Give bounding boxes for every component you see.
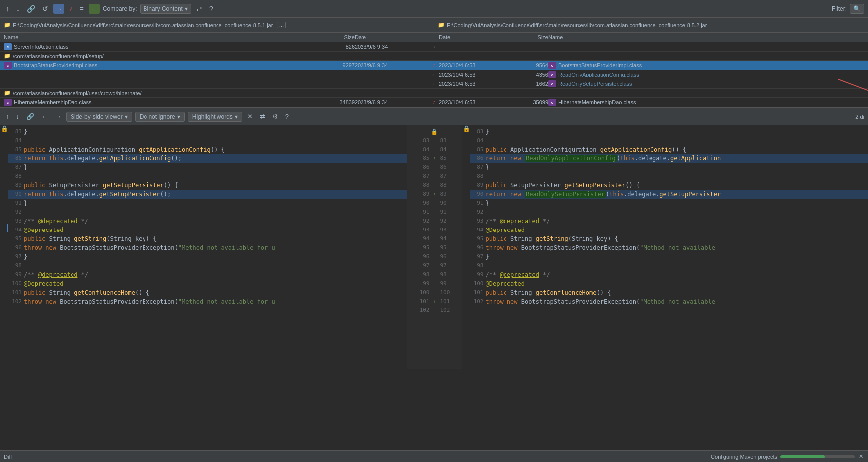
filepath-bar: 📁 E:\Coding\VulAnalysis\Confluence\diff\… [0,18,868,33]
col-date-right: Date [439,34,513,40]
col-mid: * [429,34,439,40]
file-row-readonly-app[interactable]: ← 2023/10/4 6:53 4356 c ReadOnlyApplicat… [0,70,868,79]
folder-icon-left: 📁 [4,22,11,28]
forward-button[interactable]: → [53,4,64,14]
diff-gear-button[interactable]: ⚙ [270,112,280,121]
diff-close-button[interactable]: ✕ [245,112,255,121]
diff-link-button[interactable]: 🔗 [24,112,36,121]
diff-down-button[interactable]: ↓ [14,112,22,121]
highlight-label: Highlight words [192,113,233,120]
diff-prev-button[interactable]: ← [39,112,50,121]
date-right-readonly-setup: 2023/10/4 6:53 [439,81,513,87]
col-size-left: Size [320,34,355,40]
date-left-selected: 2023/9/6 9:34 [355,62,429,68]
right-code-line: 100 @Deprecated [470,279,868,288]
file-name-right-readonly-setup: c ReadOnlySetupPersister.class [548,80,864,87]
right-code-line: 87 } [470,163,868,172]
ignore-dropdown[interactable]: Do not ignore ▾ [135,112,185,122]
right-code-panel[interactable]: 🔒 83 } 84 85 public ApplicationConfigura… [462,125,868,369]
right-code-line-highlighted: 86 return new ReadOnlyApplicationConfig(… [470,154,868,163]
gutter-row: 83 83 [407,136,462,145]
gutter-row: 98 98 [407,270,462,279]
ignore-label: Do not ignore [140,113,175,120]
right-code-line: 101 public String getConfluenceHome() { [470,288,868,297]
class-icon-hibernate-r: c [548,99,556,106]
right-code-line: 98 [470,261,868,270]
gutter-row: 88 88 [407,181,462,190]
file-row[interactable]: c ServerInfoAction.class 826 2023/9/6 9:… [0,42,868,52]
compare-dropdown[interactable]: Binary Content ▾ [140,4,191,14]
file-row-readonly-setup[interactable]: ← 2023/10/4 6:53 1662 c ReadOnlySetupPer… [0,79,868,89]
selected-file-row[interactable]: c BootstrapStatusProviderImpl.class 9297… [0,61,868,70]
code-line: 84 [8,136,407,145]
lock-icon-right: 🔒 [463,125,470,132]
diff-help-button[interactable]: ? [283,112,290,121]
diff-indicator: → [429,44,439,50]
code-line-highlighted: 86 return this.delegate.getApplicationCo… [8,154,407,163]
folder-icon: 📁 [4,53,11,59]
highlight-chevron-icon: ▾ [235,113,238,120]
left-code-content: 83 } 84 85 public ApplicationConfigurati… [0,127,407,306]
class-icon-right: c [548,62,556,69]
gutter-row: 94 94 [407,234,462,243]
file-name-right-hibernate: c HibernateMembershipDao.class [548,99,864,106]
lock-icon-left: 🔒 [1,125,8,132]
gutter-row-changed: 85 ⬆ 85 [407,154,462,163]
not-equal-button[interactable]: ≠ [67,4,75,14]
size-right-selected: 9564 [513,62,548,68]
right-code-line: 99 /** @deprecated */ [470,270,868,279]
diff-indicator-selected: ≠ [429,62,439,68]
gutter-row: 96 96 [407,252,462,261]
size-right-readonly-app: 4356 [513,72,548,77]
back-button[interactable]: ← [89,4,100,14]
gutter-row: 97 97 [407,261,462,270]
gutter-row-changed-3: 101 ⬆ 101 [407,297,462,306]
diff-next-button[interactable]: → [53,112,63,121]
code-line: 85 public ApplicationConfiguration getAp… [8,145,407,154]
gutter-row: 99 99 [407,279,462,288]
up-button[interactable]: ↑ [4,4,11,14]
code-line: 92 [8,208,407,217]
diff-up-button[interactable]: ↑ [4,112,11,121]
down-button[interactable]: ↓ [14,4,22,14]
folder-row[interactable]: 📁 /com/atlassian/confluence/impl/setup/ [0,52,868,61]
filepath-left-button[interactable]: … [277,22,286,28]
gutter-row: 95 95 [407,243,462,252]
col-name-left: Name [4,34,320,40]
folder-row-2[interactable]: 📁 /com/atlassian/confluence/impl/user/cr… [0,89,868,98]
code-line: 94 @Deprecated [8,226,407,234]
size-left-hibernate: 34839 [320,99,355,105]
folder-icon-2: 📁 [4,90,11,96]
right-code-line: 92 [470,208,868,217]
right-code-line: 91 } [470,199,868,208]
right-code-line: 94 @Deprecated [470,226,868,234]
diff-count: 2 di [855,114,864,120]
code-line: 93 /** @deprecated */ [8,217,407,226]
viewer-chevron-icon: ▾ [125,113,128,120]
viewer-dropdown[interactable]: Side-by-side viewer ▾ [66,112,132,122]
diff-sync-button[interactable]: ⇄ [258,112,267,121]
link-button[interactable]: 🔗 [25,4,37,14]
class-icon-readonly-app: c [548,71,556,78]
code-line: 99 /** @deprecated */ [8,270,407,279]
code-line: 102 throw new BootstrapStatusProviderExc… [8,297,407,306]
col-size-right: Size [513,34,548,40]
sync-button[interactable]: ⇄ [194,4,204,14]
class-icon: c [4,43,12,50]
left-code-panel[interactable]: 🔒 83 } 84 85 public ApplicationConfigura… [0,125,407,369]
right-code-line: 89 public SetupPersister getSetupPersist… [470,181,868,190]
search-icon: 🔍 [853,5,861,12]
diff-toolbar: ↑ ↓ 🔗 ← → Side-by-side viewer ▾ Do not i… [0,108,868,125]
right-code-line: 95 public String getString(String key) { [470,234,868,243]
code-line: 87 } [8,163,407,172]
col-date-left: Date [355,34,429,40]
class-icon-readonly-setup: c [548,80,556,87]
file-row-hibernate[interactable]: c HibernateMembershipDao.class 34839 202… [0,98,868,107]
gutter-row: 92 92 [407,217,462,226]
file-list: c ServerInfoAction.class 826 2023/9/6 9:… [0,42,868,108]
refresh-button[interactable]: ↺ [40,4,50,14]
help-button[interactable]: ? [207,4,215,14]
highlight-dropdown[interactable]: Highlight words ▾ [188,112,242,122]
code-line: 98 [8,261,407,270]
equals-button[interactable]: = [78,4,86,14]
